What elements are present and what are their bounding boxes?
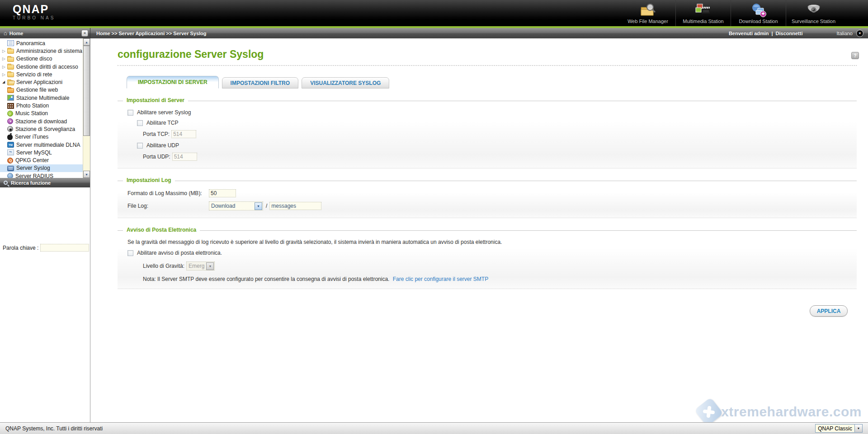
sidebar-item-label: Photo Station xyxy=(16,103,49,109)
enable-syslog-checkbox[interactable] xyxy=(127,110,133,116)
severity-select-value: Emerg xyxy=(187,263,206,269)
mysql-icon xyxy=(7,149,14,155)
expand-arrow-icon[interactable]: ▷ xyxy=(2,71,7,78)
sidebar-item-server-radius[interactable]: Server RADIUS xyxy=(0,172,83,178)
language-dropdown-icon[interactable]: ▼ xyxy=(856,30,863,37)
expand-arrow-icon[interactable]: ▷ xyxy=(2,48,7,54)
enable-email-checkbox[interactable] xyxy=(127,250,133,256)
collapse-arrow-icon[interactable]: ◢ xyxy=(2,79,7,85)
sidebar-item-label: Stazione di Sorveglianza xyxy=(15,126,75,132)
sidebar-item-server-syslog[interactable]: Server Syslog xyxy=(0,164,83,172)
tab-visualizzatore-syslog[interactable]: VISUALIZZATORE SYSLOG xyxy=(302,77,389,89)
music-icon xyxy=(7,111,13,117)
sidebar-item-server-itunes[interactable]: Server iTunes xyxy=(0,133,83,141)
function-search-header: Ricerca funzione xyxy=(0,178,90,187)
sidebar-item-qpkg-center[interactable]: QPKG Center xyxy=(0,156,83,164)
language-selector[interactable]: Italiano xyxy=(837,31,853,36)
keyword-input[interactable] xyxy=(40,244,89,252)
scrollbar-up-icon[interactable]: ▲ xyxy=(83,38,90,46)
sidebar-item-label: Server iTunes xyxy=(15,134,48,140)
folder-open-icon xyxy=(7,80,14,85)
tcp-port-row: Porta TCP: xyxy=(143,130,848,138)
top-bar: QNAP TURBO NAS Web File ManagerMultimedi… xyxy=(0,0,868,26)
severity-label: Livello di Gravità: xyxy=(143,263,184,269)
sidebar-item-label: Amministrazione di sistema xyxy=(16,48,82,54)
sidebar-item-label: Gestione disco xyxy=(16,56,52,62)
udp-port-input[interactable] xyxy=(172,153,197,161)
sidebar-item-label: Music Station xyxy=(15,110,48,117)
email-alert-section: Avviso di Posta Elettronica Se la gravit… xyxy=(118,230,857,289)
sidebar-item-label: Server Applicazioni xyxy=(16,79,62,85)
chevron-down-icon[interactable]: ▼ xyxy=(206,262,214,270)
sidebar-item-gestione-diritti-di-accesso[interactable]: ▷Gestione diritti di accesso xyxy=(0,63,83,70)
separator: | xyxy=(772,31,773,36)
expand-arrow-icon[interactable]: ▷ xyxy=(2,56,7,62)
scrollbar-thumb[interactable] xyxy=(83,46,90,136)
max-log-size-input[interactable] xyxy=(209,189,236,197)
sidebar-item-gestione-file-web[interactable]: Gestione file web xyxy=(0,86,83,94)
expand-arrow-icon[interactable]: ▷ xyxy=(2,64,7,70)
content-inner: ? configurazione Server Syslog IMPOSTAZI… xyxy=(90,38,868,317)
folder-icon xyxy=(7,65,14,70)
logout-link[interactable]: Disconnetti xyxy=(776,31,803,36)
sidebar-item-label: Stazione di download xyxy=(15,118,67,125)
folder-icon xyxy=(7,72,14,77)
enable-tcp-checkbox[interactable] xyxy=(137,120,143,126)
folder-icon xyxy=(7,57,14,62)
sidebar-scrollbar[interactable]: ▲ ▼ xyxy=(83,38,90,178)
quicklaunch-multimedia-station[interactable]: Multimedia Station xyxy=(675,0,731,26)
quicklaunch-label: Download Station xyxy=(739,19,778,24)
sidebar-item-server-applicazioni[interactable]: ◢Server Applicazioni xyxy=(0,78,83,86)
dlna-icon xyxy=(7,142,14,148)
sidebar-item-server-multimediale-dlna[interactable]: Server multimediale DLNA xyxy=(0,141,83,149)
sidebar-item-label: QPKG Center xyxy=(15,157,49,163)
sidebar-item-gestione-disco[interactable]: ▷Gestione disco xyxy=(0,55,83,63)
theme-select[interactable]: QNAP Classic ▼ xyxy=(815,424,863,433)
sidebar-item-photo-station[interactable]: Photo Station xyxy=(0,102,83,109)
chevron-down-icon[interactable]: ▼ xyxy=(255,202,262,210)
sidebar-item-panoramica[interactable]: Panoramica xyxy=(0,39,83,47)
smtp-note-row: Nota: Il Server SMTP deve essere configu… xyxy=(143,276,848,282)
enable-udp-label: Abilitare UDP xyxy=(146,142,179,149)
file-log-name-input[interactable] xyxy=(269,202,321,210)
navigation-tree: Panoramica▷Amministrazione di sistema▷Ge… xyxy=(0,38,90,178)
web-folder-icon xyxy=(7,88,14,93)
tab-impostazioni-di-server[interactable]: IMPOSTAZIONI DI SERVER xyxy=(127,76,219,89)
log-settings-legend: Impostazioni Log xyxy=(123,177,175,183)
log-settings-section: Impostazioni Log Formato di Log Massimo … xyxy=(118,181,857,218)
main-row: Panoramica▷Amministrazione di sistema▷Ge… xyxy=(0,38,868,422)
severity-select[interactable]: Emerg ▼ xyxy=(186,261,215,271)
tcp-port-input[interactable] xyxy=(171,130,196,138)
quicklaunch-web-file-manager[interactable]: Web File Manager xyxy=(620,0,675,26)
file-log-select[interactable]: Download ▼ xyxy=(209,201,263,210)
quicklaunch-download-station[interactable]: Download Station xyxy=(731,0,786,26)
sidebar-item-server-mysql[interactable]: Server MySQL xyxy=(0,149,83,156)
sidebar-item-music-station[interactable]: Music Station xyxy=(0,110,83,117)
sidebar-item-stazione-di-sorveglianza[interactable]: Stazione di Sorveglianza xyxy=(0,125,83,133)
footer-bar: QNAP Systems, Inc. Tutti i diritti riser… xyxy=(0,422,868,434)
sidebar-item-stazione-multimediale[interactable]: Stazione Multimediale xyxy=(0,94,83,102)
enable-syslog-label: Abilitare server Syslog xyxy=(137,109,191,116)
file-log-separator: / xyxy=(266,203,267,209)
scrollbar-down-icon[interactable]: ▼ xyxy=(83,171,90,178)
sidebar-item-servizio-di-rete[interactable]: ▷Servizio di rete xyxy=(0,70,83,78)
tcp-port-label: Porta TCP: xyxy=(143,131,170,137)
enable-udp-checkbox[interactable] xyxy=(137,143,143,149)
tab-impostazioni-filtro[interactable]: IMPOSTAZIONI FILTRO xyxy=(222,77,299,89)
sidebar-item-label: Servizio di rete xyxy=(16,71,52,78)
function-search-body: Parola chiave : xyxy=(0,187,90,308)
sidebar-home-header: ⌂ Home « xyxy=(0,28,90,38)
smtp-config-link[interactable]: Fare clic per configurare il server SMTP xyxy=(393,276,488,282)
apply-button[interactable]: APPLICA xyxy=(810,305,848,317)
help-button[interactable]: ? xyxy=(851,52,859,59)
sidebar-collapse-button[interactable]: « xyxy=(81,30,88,37)
quicklaunch-surveillance-station[interactable]: Surveillance Station xyxy=(786,0,841,26)
content-area: ? configurazione Server Syslog IMPOSTAZI… xyxy=(90,38,868,422)
sidebar-item-stazione-di-download[interactable]: Stazione di download xyxy=(0,117,83,125)
enable-syslog-row: Abilitare server Syslog xyxy=(127,109,848,116)
chevron-down-icon[interactable]: ▼ xyxy=(854,425,862,432)
sidebar-item-amministrazione-di-sistema[interactable]: ▷Amministrazione di sistema xyxy=(0,47,83,55)
surveillance-icon xyxy=(7,126,13,132)
apply-row: APPLICA xyxy=(118,305,848,317)
itunes-icon xyxy=(7,135,13,140)
